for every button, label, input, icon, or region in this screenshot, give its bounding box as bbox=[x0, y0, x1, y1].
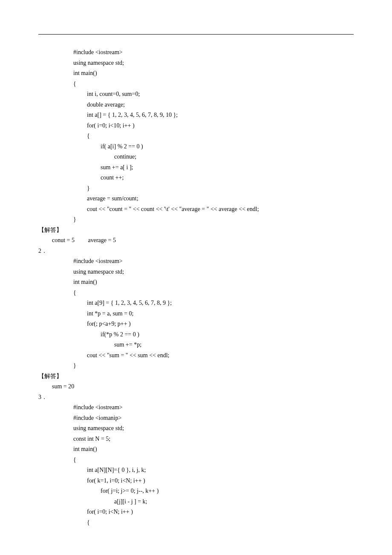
top-rule bbox=[38, 34, 354, 35]
code-line: } bbox=[38, 183, 354, 194]
code-line: using namespace std; bbox=[38, 58, 354, 69]
answer-text: sum = 20 bbox=[38, 382, 354, 392]
code-line: #include <iomanip> bbox=[38, 413, 354, 424]
code-line: #include <iostream> bbox=[38, 47, 354, 58]
code-line: #include <iostream> bbox=[38, 256, 354, 267]
code-line: int a[] = { 1, 2, 3, 4, 5, 6, 7, 8, 9, 1… bbox=[38, 110, 354, 121]
answer-label: 【解答】 bbox=[38, 371, 354, 382]
code-line: using namespace std; bbox=[38, 423, 354, 434]
code-line: for( i=0; i<10; i++ ) bbox=[38, 121, 354, 131]
code-line: } bbox=[38, 361, 354, 371]
code-line: { bbox=[38, 131, 354, 142]
code-line: int main() bbox=[38, 68, 354, 79]
code-line: average = sum/count; bbox=[38, 194, 354, 204]
code-line: for( i=0; i<N; i++ ) bbox=[38, 507, 354, 517]
code-line: double average; bbox=[38, 100, 354, 110]
code-line: for( k=1, i=0; i<N; i++ ) bbox=[38, 476, 354, 486]
code-line: { bbox=[38, 455, 354, 465]
code-line: for( j=i; j>= 0; j--, k++ ) bbox=[38, 486, 354, 497]
code-line: sum += a[ i ]; bbox=[38, 162, 354, 173]
answer-label: 【解答】 bbox=[38, 225, 354, 236]
code-line: int a[9] = { 1, 2, 3, 4, 5, 6, 7, 8, 9 }… bbox=[38, 298, 354, 309]
code-line: { bbox=[38, 288, 354, 298]
answer-text: conut = 5 average = 5 bbox=[38, 235, 354, 246]
code-line: { bbox=[38, 79, 354, 90]
code-line: int main() bbox=[38, 444, 354, 455]
code-line: const int N = 5; bbox=[38, 434, 354, 445]
problem-number: 3． bbox=[38, 392, 354, 403]
problem-number: 2． bbox=[38, 246, 354, 257]
code-line: a[j][i - j ] = k; bbox=[38, 497, 354, 507]
code-line: int main() bbox=[38, 277, 354, 288]
code-line: int i, count=0, sum=0; bbox=[38, 89, 354, 100]
code-line: continue; bbox=[38, 152, 354, 162]
code-line: int *p = a, sum = 0; bbox=[38, 309, 354, 319]
code-line: if(*p % 2 == 0 ) bbox=[38, 330, 354, 340]
code-line: count ++; bbox=[38, 173, 354, 183]
code-line: for(; p<a+9; p++ ) bbox=[38, 319, 354, 330]
code-line: using namespace std; bbox=[38, 267, 354, 278]
code-line: int a[N][N]={ 0 }, i, j, k; bbox=[38, 465, 354, 476]
code-line: if( a[i] % 2 == 0 ) bbox=[38, 142, 354, 152]
code-line: sum += *p; bbox=[38, 340, 354, 350]
code-line: { bbox=[38, 517, 354, 528]
code-line: cout << "sum = " << sum << endl; bbox=[38, 350, 354, 361]
code-line: #include <iostream> bbox=[38, 402, 354, 413]
code-line: cout << "count = " << count << '\t' << "… bbox=[38, 204, 354, 215]
code-line: } bbox=[38, 214, 354, 225]
